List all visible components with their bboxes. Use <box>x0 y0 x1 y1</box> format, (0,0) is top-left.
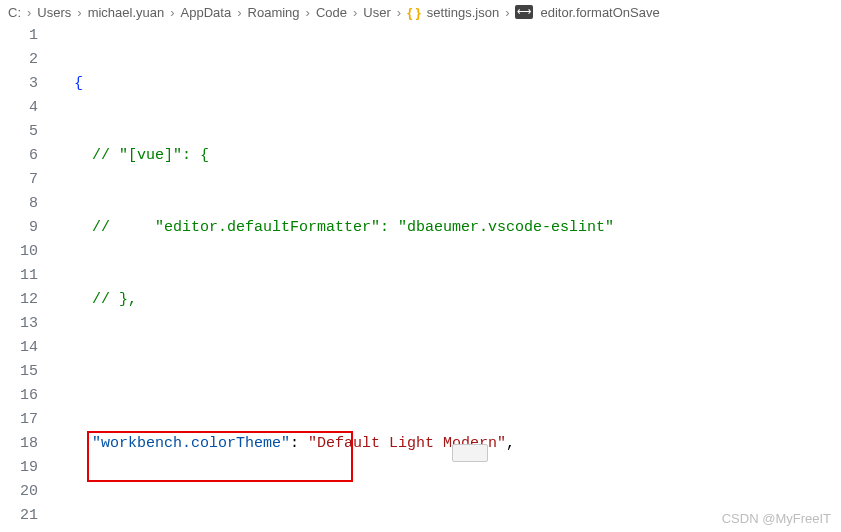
breadcrumb-seg[interactable]: C: <box>8 5 21 20</box>
breadcrumb-seg[interactable]: michael.yuan <box>88 5 165 20</box>
code-line[interactable]: // "editor.defaultFormatter": "dbaeumer.… <box>56 216 841 240</box>
chevron-right-icon: › <box>353 5 357 20</box>
line-number-gutter: 12345 678910 1112131415 1617181920 21 <box>0 24 56 532</box>
code-line[interactable] <box>56 360 841 384</box>
chevron-right-icon: › <box>397 5 401 20</box>
code-line[interactable]: { <box>56 72 841 96</box>
watermark-text: CSDN @MyFreeIT <box>722 511 831 526</box>
breadcrumb-seg[interactable]: Code <box>316 5 347 20</box>
breadcrumb-seg[interactable]: User <box>363 5 390 20</box>
chevron-right-icon: › <box>170 5 174 20</box>
chevron-right-icon: › <box>237 5 241 20</box>
breadcrumb-file[interactable]: settings.json <box>427 5 499 20</box>
code-line[interactable]: "workbench.colorTheme": "Default Light M… <box>56 432 841 456</box>
breadcrumb-seg[interactable]: Roaming <box>248 5 300 20</box>
breadcrumb-symbol[interactable]: editor.formatOnSave <box>540 5 659 20</box>
chevron-right-icon: › <box>505 5 509 20</box>
code-content[interactable]: { // "[vue]": { // "editor.defaultFormat… <box>56 24 841 532</box>
chevron-right-icon: › <box>77 5 81 20</box>
editor[interactable]: 12345 678910 1112131415 1617181920 21 { … <box>0 24 841 532</box>
floating-tooltip <box>452 444 488 462</box>
breadcrumb-seg[interactable]: AppData <box>181 5 232 20</box>
chevron-right-icon: › <box>306 5 310 20</box>
breadcrumb-seg[interactable]: Users <box>37 5 71 20</box>
chevron-right-icon: › <box>27 5 31 20</box>
code-line[interactable]: // "[vue]": { <box>56 144 841 168</box>
breadcrumb: C:› Users› michael.yuan› AppData› Roamin… <box>0 0 841 24</box>
symbol-icon: ⟷ <box>515 5 533 19</box>
code-line[interactable]: // }, <box>56 288 841 312</box>
json-file-icon: { } <box>407 5 421 20</box>
